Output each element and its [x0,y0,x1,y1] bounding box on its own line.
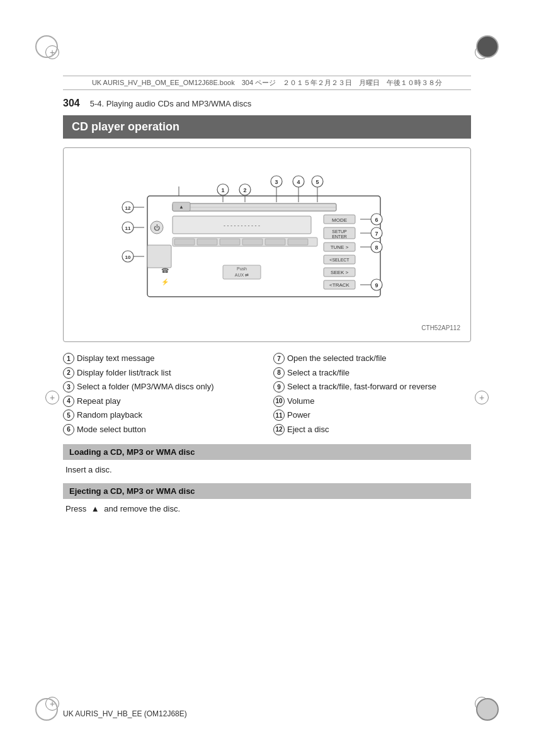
page-content: 304 5-4. Playing audio CDs and MP3/WMA d… [63,98,471,680]
svg-text:3: 3 [275,179,278,185]
svg-text:6: 6 [375,217,378,223]
legend-text-11: Power [287,409,471,421]
legend-text-9: Select a track/file, fast-forward or rev… [287,381,471,393]
legend-item-11: 11 Power [273,409,471,421]
legend-item-2: 2 Display folder list/track list [63,367,261,379]
legend-text-4: Repeat play [77,395,261,408]
svg-rect-24 [265,239,285,245]
svg-text:<TRACK: <TRACK [329,282,349,288]
svg-text:10: 10 [125,255,131,260]
legend-item-8: 8 Select a track/file [273,367,471,379]
legend-num-3: 3 [63,381,74,392]
legend-text-10: Volume [287,395,471,408]
legend-item-7: 7 Open the selected track/file [273,352,471,365]
reg-mark-ml [45,391,59,404]
legend-item-12: 12 Eject a disc [273,423,471,436]
svg-text:AUX ⇄: AUX ⇄ [235,273,249,277]
legend-num-12: 12 [273,424,285,435]
svg-text:☎: ☎ [161,267,169,274]
legend-text-12: Eject a disc [287,423,471,436]
svg-text:SETUP: SETUP [332,229,347,234]
svg-text:Push: Push [237,266,247,271]
svg-text:12: 12 [125,205,131,211]
svg-rect-18 [147,245,171,268]
legend-item-4: 4 Repeat play [63,395,261,408]
header-bar: UK AURIS_HV_HB_OM_EE_OM12J68E.book 304 ペ… [63,76,471,90]
legend-text-1: Display text message [77,352,261,365]
legend-num-7: 7 [273,353,285,364]
svg-text:▲: ▲ [179,204,184,210]
legend-num-2: 2 [63,367,74,379]
svg-text:11: 11 [125,226,131,231]
svg-rect-22 [220,239,240,245]
legend-item-10: 10 Volume [273,395,471,408]
legend-text-6: Mode select button [77,423,261,436]
legend-num-8: 8 [273,367,285,379]
legend-item-9: 9 Select a track/file, fast-forward or r… [273,381,471,393]
legend-num-6: 6 [63,424,74,435]
footer-text: UK AURIS_HV_HB_EE (OM12J68E) [63,709,187,718]
ejecting-section-heading: Ejecting a CD, MP3 or WMA disc [63,483,471,499]
legend-text-7: Open the selected track/file [287,352,471,365]
corner-circle-tr [476,35,499,58]
svg-text:SEEK >: SEEK > [331,270,349,275]
corner-circle-tl [35,35,58,58]
legend-item-5: 5 Random playback [63,409,261,421]
player-diagram: ▲ - - - - - - - - - - - MODE SETUP ENTER… [110,158,424,309]
diagram-box: ▲ - - - - - - - - - - - MODE SETUP ENTER… [63,147,471,342]
page-number: 304 [63,98,80,109]
svg-text:4: 4 [297,179,300,185]
legend-item-1: 1 Display text message [63,352,261,365]
svg-text:⏻: ⏻ [154,224,160,231]
legend-item-3: 3 Select a folder (MP3/WMA discs only) [63,381,261,393]
eject-symbol: ▲ [91,504,99,513]
loading-body: Insert a disc. [63,465,471,474]
svg-text:1: 1 [221,187,224,193]
svg-text:⚡: ⚡ [161,278,169,286]
svg-text:ENTER: ENTER [332,234,347,239]
legend-num-5: 5 [63,410,74,421]
legend-text-3: Select a folder (MP3/WMA discs only) [77,381,261,393]
svg-text:7: 7 [375,231,378,237]
page-footer: UK AURIS_HV_HB_EE (OM12J68E) [63,709,471,718]
svg-text:5: 5 [315,179,319,185]
header-file-info: UK AURIS_HV_HB_OM_EE_OM12J68E.book 304 ペ… [92,78,442,88]
legend-num-1: 1 [63,353,74,364]
reg-mark-mr [475,391,489,404]
legend-num-4: 4 [63,396,74,407]
legend-grid: 1 Display text message 7 Open the select… [63,352,471,435]
svg-text:<SELECT: <SELECT [329,258,349,262]
chapter-title: 5-4. Playing audio CDs and MP3/WMA discs [90,99,252,108]
legend-text-8: Select a track/file [287,367,471,379]
diagram-caption: CTH52AP112 [74,324,460,331]
svg-text:- - - - - - - - - - -: - - - - - - - - - - - [224,222,260,229]
legend-text-2: Display folder list/track list [77,367,261,379]
ejecting-body: Press ▲ and remove the disc. [63,504,471,513]
svg-rect-23 [242,239,263,245]
svg-text:8: 8 [375,244,378,251]
ejecting-body-pre: Press [65,504,86,513]
legend-num-11: 11 [273,410,285,421]
corner-circle-br [476,698,499,721]
corner-circle-bl [35,698,58,721]
legend-num-10: 10 [273,396,285,407]
svg-rect-20 [174,239,195,245]
section-heading: CD player operation [63,115,471,139]
page-header: 304 5-4. Playing audio CDs and MP3/WMA d… [63,98,471,109]
legend-num-9: 9 [273,381,285,392]
legend-text-5: Random playback [77,409,261,421]
diagram-inner: ▲ - - - - - - - - - - - MODE SETUP ENTER… [74,158,460,322]
svg-text:2: 2 [243,187,246,193]
svg-text:9: 9 [375,282,378,289]
svg-rect-21 [197,239,217,245]
svg-text:TUNE >: TUNE > [331,244,349,250]
ejecting-body-post: and remove the disc. [104,504,180,513]
loading-section-heading: Loading a CD, MP3 or WMA disc [63,444,471,460]
svg-rect-25 [288,239,308,245]
svg-text:MODE: MODE [332,217,347,223]
legend-item-6: 6 Mode select button [63,423,261,436]
